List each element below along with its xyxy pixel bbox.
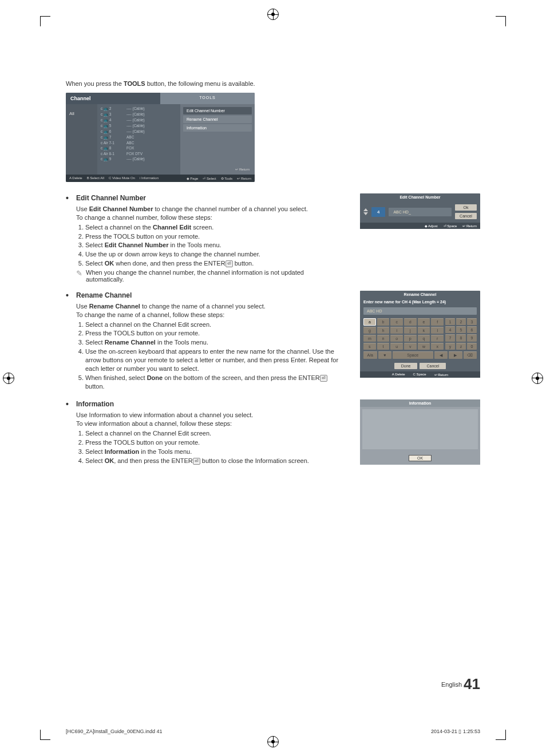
keyboard-bottom-row: A/a♥Space◀▶⌫ xyxy=(360,351,480,361)
ss-toolbar: A DeleteB Select AllC Video Mute Oni Inf… xyxy=(66,175,255,182)
ss-category: All xyxy=(66,104,97,175)
paragraph: Use Information to view information abou… xyxy=(76,411,343,419)
ok-button: OK xyxy=(409,455,432,461)
paragraph: Use Edit Channel Number to change the ch… xyxy=(76,205,343,213)
section-heading: Rename Channel xyxy=(66,291,343,300)
steps-list: Select a channel on the Channel Edit scr… xyxy=(76,429,343,465)
crop-mark xyxy=(496,16,506,26)
ss-title: Channel xyxy=(66,93,160,104)
keyboard-letters: abcdefghijklmnopqrstuvwx xyxy=(363,318,444,350)
tools-menu-item: Information xyxy=(183,124,252,132)
registration-mark xyxy=(532,373,543,384)
enter-icon: ⏎ xyxy=(225,260,233,267)
registration-mark xyxy=(267,9,279,20)
crop-mark xyxy=(40,730,50,740)
tools-menu-item: Edit Channel Number xyxy=(183,107,252,114)
crop-mark xyxy=(40,16,50,26)
info-blank-area xyxy=(362,409,478,449)
done-button: Done xyxy=(394,363,418,369)
intro-text: When you press the TOOLS button, the fol… xyxy=(66,80,480,87)
cancel-button: Cancel xyxy=(420,363,446,369)
note: ✎When you change the channel number, the… xyxy=(76,269,343,283)
arrow-icons xyxy=(363,208,368,215)
enter-icon: ⏎ xyxy=(193,458,200,465)
paragraph: To change the name of a channel, follow … xyxy=(76,311,343,319)
cancel-button: Cancel xyxy=(455,213,477,219)
ss-tools-tab: TOOLS xyxy=(160,93,255,104)
tools-menu-item: Rename Channel xyxy=(183,116,252,123)
rename-input: ABC HD xyxy=(363,307,477,315)
paragraph: To view information about a channel, fol… xyxy=(76,419,343,428)
information-panel: Information OK xyxy=(360,399,480,465)
registration-mark xyxy=(3,373,14,384)
section-heading: Edit Channel Number xyxy=(66,193,343,203)
note-icon: ✎ xyxy=(76,269,82,283)
steps-list: Select a channel on the Channel Edit scr… xyxy=(76,223,343,268)
paragraph: To change a channel number, follow these… xyxy=(76,213,343,222)
edit-channel-number-panel: Edit Channel Number 4 ABC HD_ Ok Cancel … xyxy=(360,193,480,229)
paragraph: Use Rename Channel to change the name of… xyxy=(76,302,343,311)
channel-name-box: ABC HD_ xyxy=(389,208,452,216)
section-heading: Information xyxy=(66,399,343,409)
page-footer: English 41 xyxy=(441,675,480,693)
tools-return: ↩ Return xyxy=(182,133,253,173)
channel-tools-screenshot: Channel TOOLS All c 📺 2---- (Cable)c 📺 3… xyxy=(66,93,255,182)
ok-button: Ok xyxy=(455,204,477,211)
channel-number-box: 4 xyxy=(371,207,385,217)
steps-list: Select a channel on the Channel Edit scr… xyxy=(76,320,343,391)
registration-mark xyxy=(267,736,279,747)
ss-tools-menu: Edit Channel Number Rename Channel Infor… xyxy=(180,104,255,175)
crop-mark xyxy=(496,730,506,740)
keyboard-numbers: 123456789yz0 xyxy=(445,318,477,350)
enter-icon: ⏎ xyxy=(320,375,327,382)
ss-channel-list: c 📺 2---- (Cable)c 📺 3---- (Cable)c 📺 4-… xyxy=(97,104,180,175)
rename-channel-panel: Rename Channel Enter new name for CH 4 (… xyxy=(360,291,480,378)
print-meta: [HC690_ZA]Install_Guide_00ENG.indd 41201… xyxy=(66,729,480,734)
